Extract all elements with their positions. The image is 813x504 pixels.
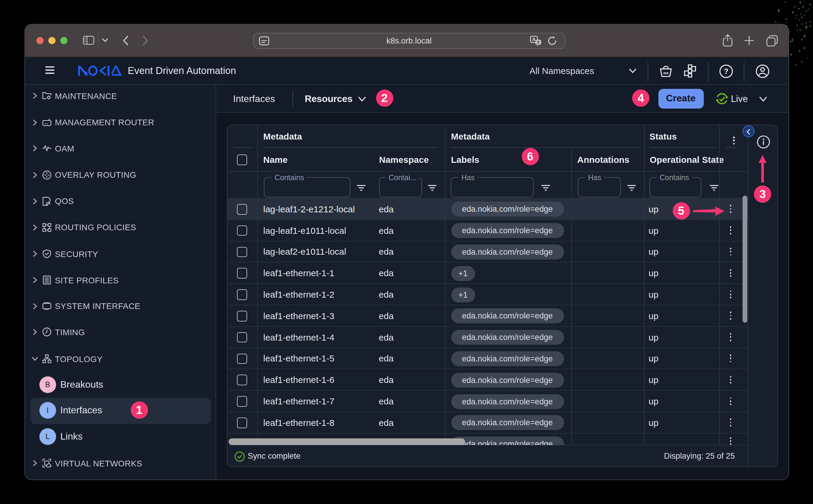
svg-text:A: A [532,37,535,42]
svg-text:?: ? [724,67,728,75]
svg-text:文: 文 [536,40,540,45]
